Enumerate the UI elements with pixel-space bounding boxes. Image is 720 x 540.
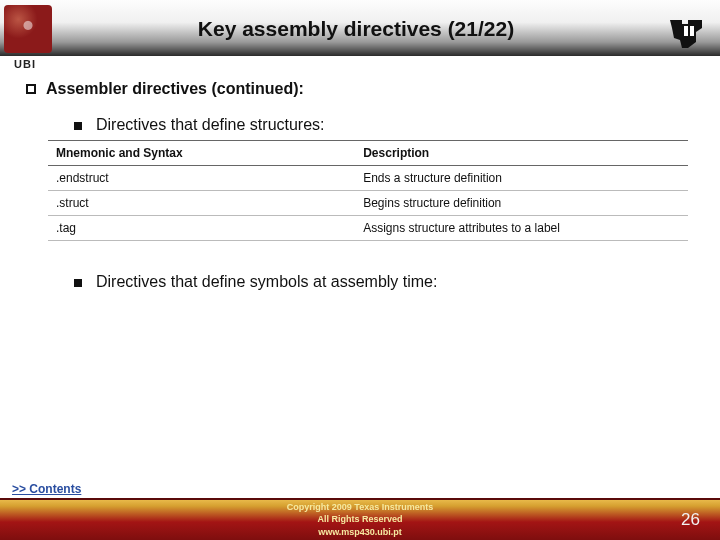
cell-description: Begins structure definition — [355, 191, 688, 216]
cell-description: Assigns structure attributes to a label — [355, 216, 688, 241]
footer-bar: Copyright 2009 Texas Instruments All Rig… — [0, 498, 720, 540]
cell-mnemonic: .tag — [48, 216, 355, 241]
cell-mnemonic: .struct — [48, 191, 355, 216]
footer-url: www.msp430.ubi.pt — [0, 527, 720, 539]
cell-description: Ends a structure definition — [355, 166, 688, 191]
table-row: .endstruct Ends a structure definition — [48, 166, 688, 191]
sub-bullet-text: Directives that define symbols at assemb… — [96, 273, 437, 291]
filled-square-icon — [74, 279, 82, 287]
filled-square-icon — [74, 122, 82, 130]
svg-rect-0 — [684, 26, 688, 36]
table-row: .tag Assigns structure attributes to a l… — [48, 216, 688, 241]
bullet-level-2: Directives that define structures: — [74, 116, 698, 134]
bullet-level-1: Assembler directives (continued): — [26, 80, 698, 98]
table-row: .struct Begins structure definition — [48, 191, 688, 216]
bullet-text: Assembler directives (continued): — [46, 80, 304, 98]
page-number: 26 — [681, 510, 700, 530]
table-header-row: Mnemonic and Syntax Description — [48, 141, 688, 166]
col-description: Description — [355, 141, 688, 166]
ubi-label: UBI — [14, 58, 36, 70]
page-title: Key assembly directives (21/22) — [52, 15, 720, 41]
copyright-block: Copyright 2009 Texas Instruments All Rig… — [0, 498, 720, 540]
copyright-line2: All Rights Reserved — [317, 514, 402, 524]
svg-rect-1 — [690, 26, 694, 36]
col-mnemonic: Mnemonic and Syntax — [48, 141, 355, 166]
copyright-line1: Copyright 2009 Texas Instruments — [287, 502, 433, 512]
contents-link[interactable]: >> Contents — [12, 482, 81, 496]
bullet-level-2: Directives that define symbols at assemb… — [74, 273, 698, 291]
directives-table: Mnemonic and Syntax Description .endstru… — [48, 140, 688, 241]
cell-mnemonic: .endstruct — [48, 166, 355, 191]
content-area: Assembler directives (continued): Direct… — [0, 56, 720, 291]
ubi-crest-icon — [4, 5, 52, 53]
header-bar: Key assembly directives (21/22) — [0, 0, 720, 56]
ti-logo-icon — [666, 10, 706, 50]
sub-bullet-text: Directives that define structures: — [96, 116, 325, 134]
hollow-square-icon — [26, 84, 36, 94]
